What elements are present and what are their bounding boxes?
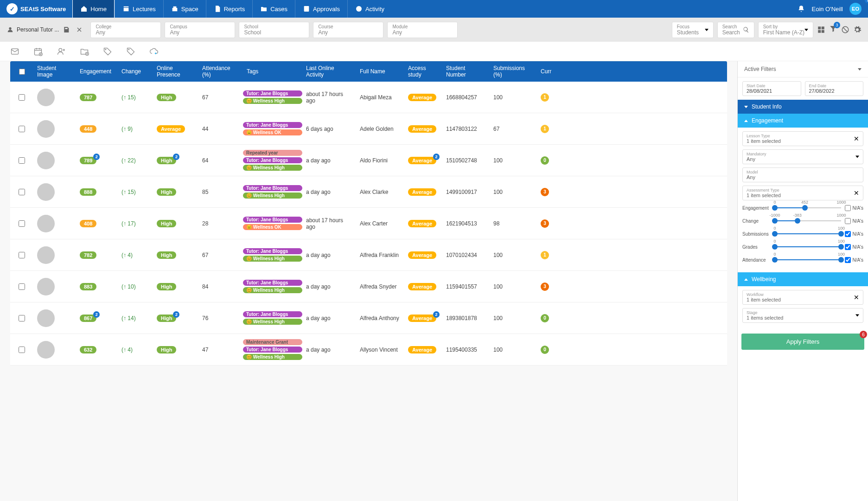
col-full-name[interactable]: Full Name <box>356 68 404 75</box>
block-icon[interactable] <box>841 26 849 34</box>
select-all-checkbox[interactable] <box>19 69 25 75</box>
filter-school[interactable]: SchoolSchool <box>239 22 309 38</box>
cloud-export-icon[interactable] <box>149 47 159 56</box>
col-attendance[interactable]: Attendance (%) <box>198 65 243 78</box>
slider-handle-low[interactable] <box>772 231 778 237</box>
clear-icon[interactable]: ✕ <box>854 189 859 197</box>
col-engagement[interactable]: Engagement <box>76 68 118 75</box>
grid-icon[interactable] <box>817 26 825 34</box>
slider-handle-low[interactable] <box>772 244 778 250</box>
row-checkbox[interactable] <box>19 157 25 164</box>
col-current[interactable]: Curr <box>537 68 551 75</box>
slider-handle-high[interactable] <box>802 205 808 211</box>
col-access[interactable]: Access study <box>404 65 442 78</box>
filter-search[interactable]: SearchSearch <box>717 22 754 38</box>
na-checkbox[interactable]: N/A's <box>845 257 863 263</box>
slider-track[interactable]: 04521000 <box>775 204 841 212</box>
folder-add-icon[interactable] <box>80 47 89 56</box>
workflow-select[interactable]: Workflow1 item selected✕ <box>742 290 863 305</box>
na-checkbox[interactable]: N/A's <box>845 231 863 237</box>
row-checkbox[interactable] <box>19 252 25 258</box>
row-checkbox[interactable] <box>19 347 25 353</box>
filter-course[interactable]: CourseAny <box>313 22 383 38</box>
nav-cases[interactable]: Cases <box>252 0 295 18</box>
col-image[interactable]: Student Image <box>33 65 76 78</box>
slider-handle-low[interactable] <box>772 257 778 263</box>
slider-change[interactable]: Change-1000-3831000 N/A's <box>742 217 863 225</box>
assessment-type-select[interactable]: Assessment Type1 item selected✕ <box>742 186 863 200</box>
table-row[interactable]: 888(↑ 15)High85Tutor: Jane Bloggs😊 Welln… <box>10 176 727 208</box>
bell-icon[interactable] <box>798 5 805 13</box>
table-row[interactable]: 632(↑ 4)High47Maintenance GrantTutor: Ja… <box>10 334 727 366</box>
table-row[interactable]: 7892(↑ 22)2High264Repeated yearTutor: Ja… <box>10 145 727 176</box>
filter-sort[interactable]: Sort byFirst Name (A-Z) <box>758 22 813 38</box>
user-name[interactable]: Eoin O'Neill <box>811 6 843 13</box>
slider-handle-low[interactable] <box>772 205 778 211</box>
nav-space[interactable]: Space <box>163 0 206 18</box>
slider-engagement[interactable]: Engagement04521000 N/A's <box>742 204 863 212</box>
slider-track[interactable]: -1000-3831000 <box>775 217 841 225</box>
calendar-add-icon[interactable] <box>33 47 43 56</box>
active-filters-header[interactable]: Active Filters <box>738 61 868 77</box>
tag-add-icon[interactable] <box>126 47 135 56</box>
table-row[interactable]: 8672(↑ 14)2High276Tutor: Jane Bloggs😊 We… <box>10 302 727 334</box>
slider-track[interactable]: 0100 <box>775 230 841 238</box>
filter-focus[interactable]: FocusStudents <box>672 22 714 38</box>
table-row[interactable]: 883(↑ 10)High84Tutor: Jane Bloggs😊 Welln… <box>10 271 727 302</box>
tag-check-icon[interactable] <box>103 47 112 56</box>
nav-approvals[interactable]: Approvals <box>295 0 347 18</box>
gear-icon[interactable] <box>853 26 862 34</box>
filter-college[interactable]: CollegeAny <box>90 22 161 38</box>
row-checkbox[interactable] <box>19 189 25 195</box>
close-icon[interactable] <box>76 26 83 33</box>
table-row[interactable]: 408(↑ 17)High28Tutor: Jane Bloggs😐 Welln… <box>10 208 727 239</box>
col-change[interactable]: Change <box>118 68 153 75</box>
mandatory-select[interactable]: MandatoryAny <box>742 149 863 164</box>
slider-handle-high[interactable] <box>838 231 844 237</box>
slider-handle-high[interactable] <box>838 244 844 250</box>
stage-select[interactable]: Stage1 items selected <box>742 308 863 323</box>
row-checkbox[interactable] <box>19 315 25 321</box>
user-avatar[interactable]: EO <box>849 3 862 15</box>
table-row[interactable]: 782(↑ 4)High67Tutor: Jane Bloggs😊 Wellne… <box>10 239 727 271</box>
funnel-icon[interactable]: 3 <box>829 25 837 35</box>
user-remove-icon[interactable] <box>57 47 66 56</box>
na-checkbox[interactable]: N/A's <box>845 218 863 224</box>
save-icon[interactable] <box>63 26 70 33</box>
slider-handle-high[interactable] <box>838 257 844 263</box>
start-date-input[interactable]: Start Date28/08/2021 <box>742 81 801 96</box>
row-checkbox[interactable] <box>19 126 25 132</box>
slider-handle-high[interactable] <box>795 218 800 224</box>
section-student-info[interactable]: Student Info <box>738 100 868 114</box>
lesson-type-select[interactable]: Lesson Type1 item selected✕ <box>742 131 863 146</box>
row-checkbox[interactable] <box>19 94 25 101</box>
clear-icon[interactable]: ✕ <box>854 294 859 301</box>
nav-home[interactable]: Home <box>72 0 115 18</box>
slider-track[interactable]: 0100 <box>775 256 841 264</box>
clear-icon[interactable]: ✕ <box>854 135 859 142</box>
filter-campus[interactable]: CampusAny <box>165 22 235 38</box>
col-tags[interactable]: Tags <box>243 68 302 75</box>
row-checkbox[interactable] <box>19 283 25 290</box>
col-last-activity[interactable]: Last Online Activity <box>302 65 356 78</box>
table-row[interactable]: 448(↑ 9)Average44Tutor: Jane Bloggs😐 Wel… <box>10 113 727 145</box>
slider-grades[interactable]: Grades0100 N/A's <box>742 243 863 251</box>
col-student-number[interactable]: Student Number <box>442 65 490 78</box>
slider-submissions[interactable]: Submissions0100 N/A's <box>742 230 863 238</box>
section-engagement[interactable]: Engagement <box>738 114 868 128</box>
row-checkbox[interactable] <box>19 220 25 227</box>
nav-lectures[interactable]: Lectures <box>115 0 163 18</box>
mail-icon[interactable] <box>10 47 19 56</box>
slider-handle-low[interactable] <box>772 218 778 224</box>
slider-track[interactable]: 0100 <box>775 243 841 251</box>
filter-module[interactable]: ModuleAny <box>387 22 458 38</box>
section-wellbeing[interactable]: Wellbeing <box>738 272 868 286</box>
nav-reports[interactable]: Reports <box>206 0 253 18</box>
na-checkbox[interactable]: N/A's <box>845 244 863 250</box>
nav-activity[interactable]: Activity <box>347 0 392 18</box>
apply-filters-button[interactable]: Apply Filters 6 <box>741 334 864 350</box>
table-row[interactable]: 787(↑ 15)High67Tutor: Jane Bloggs😊 Welln… <box>10 82 727 113</box>
na-checkbox[interactable]: N/A's <box>845 205 863 211</box>
col-submissions[interactable]: Submissions (%) <box>490 65 537 78</box>
col-presence[interactable]: Online Presence <box>153 65 198 78</box>
